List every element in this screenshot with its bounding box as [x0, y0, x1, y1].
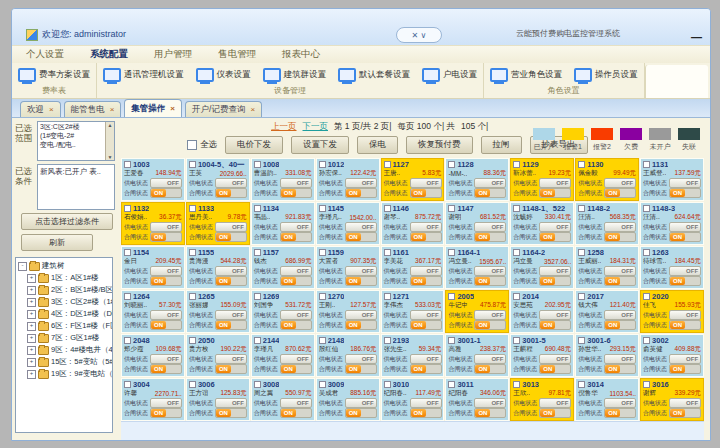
supply-toggle[interactable]: OFF — [150, 222, 182, 232]
card-checkbox[interactable] — [124, 249, 131, 256]
supply-toggle[interactable]: OFF — [410, 354, 442, 364]
chevron-down-icon[interactable]: ✕ ∨ — [412, 31, 427, 40]
card-checkbox[interactable] — [124, 337, 131, 344]
ribbon-button-建筑群设置[interactable]: 建筑群设置 — [263, 68, 327, 82]
switch-toggle[interactable]: ON — [280, 232, 312, 242]
close-icon[interactable]: × — [110, 105, 115, 114]
card-checkbox[interactable] — [189, 293, 196, 300]
switch-toggle[interactable]: ON — [539, 232, 571, 242]
expand-icon[interactable]: + — [27, 310, 36, 319]
card-checkbox[interactable] — [124, 381, 131, 388]
card-checkbox[interactable] — [319, 205, 326, 212]
supply-toggle[interactable]: OFF — [280, 222, 312, 232]
switch-toggle[interactable]: ON — [280, 320, 312, 330]
tab-欢迎[interactable]: 欢迎× — [20, 101, 61, 117]
switch-toggle[interactable]: ON — [410, 364, 442, 374]
supply-toggle[interactable]: OFF — [539, 266, 571, 276]
scrollbar[interactable]: ▲ ▼ — [105, 122, 114, 160]
ribbon-button-营业角色设置[interactable]: 营业角色设置 — [490, 68, 562, 82]
supply-toggle[interactable]: OFF — [150, 266, 182, 276]
switch-toggle[interactable]: ON — [669, 232, 701, 242]
filter-select-button[interactable]: 点击选择过滤条件 — [21, 213, 113, 230]
menu-item-个人设置[interactable]: 个人设置 — [26, 48, 64, 61]
supply-toggle[interactable]: OFF — [539, 354, 571, 364]
card-checkbox[interactable] — [513, 161, 520, 168]
switch-toggle[interactable]: ON — [345, 320, 377, 330]
supply-toggle[interactable]: OFF — [604, 178, 636, 188]
selected-cond-textbox[interactable]: 新风表:已开户 表.. — [37, 164, 115, 210]
supply-toggle[interactable]: OFF — [280, 266, 312, 276]
switch-toggle[interactable]: ON — [345, 408, 377, 418]
supply-toggle[interactable]: OFF — [215, 310, 247, 320]
card-checkbox[interactable] — [254, 249, 261, 256]
card-checkbox[interactable] — [384, 249, 391, 256]
switch-toggle[interactable]: ON — [345, 232, 377, 242]
card-checkbox[interactable] — [448, 337, 455, 344]
supply-toggle[interactable]: OFF — [345, 310, 377, 320]
supply-toggle[interactable]: OFF — [669, 222, 701, 232]
switch-toggle[interactable]: ON — [474, 232, 506, 242]
toolbar-button-恢复预付费[interactable]: 恢复预付费 — [406, 136, 473, 154]
supply-toggle[interactable]: OFF — [215, 398, 247, 408]
toolbar-button-拉闸[interactable]: 拉闸 — [481, 136, 522, 154]
switch-toggle[interactable]: ON — [215, 408, 247, 418]
expand-icon[interactable]: + — [27, 298, 36, 307]
switch-toggle[interactable]: ON — [280, 408, 312, 418]
tab-能管售电[interactable]: 能管售电× — [64, 101, 122, 117]
collapse-icon[interactable]: - — [18, 262, 27, 271]
card-checkbox[interactable] — [578, 293, 585, 300]
card-checkbox[interactable] — [643, 381, 650, 388]
switch-toggle[interactable]: ON — [474, 320, 506, 330]
switch-toggle[interactable]: ON — [669, 364, 701, 374]
next-page-link[interactable]: 下一页 — [303, 121, 329, 133]
ribbon-button-操作员设置[interactable]: 操作员设置 — [574, 68, 638, 82]
supply-toggle[interactable]: OFF — [345, 222, 377, 232]
card-checkbox[interactable] — [189, 337, 196, 344]
card-checkbox[interactable] — [643, 249, 650, 256]
card-checkbox[interactable] — [384, 205, 391, 212]
supply-toggle[interactable]: OFF — [215, 222, 247, 232]
switch-toggle[interactable]: ON — [345, 364, 377, 374]
supply-toggle[interactable]: OFF — [604, 222, 636, 232]
expand-icon[interactable]: + — [27, 358, 36, 367]
supply-toggle[interactable]: OFF — [474, 310, 506, 320]
switch-toggle[interactable]: ON — [345, 188, 377, 198]
card-checkbox[interactable] — [384, 337, 391, 344]
card-checkbox[interactable] — [189, 161, 196, 168]
supply-toggle[interactable]: OFF — [150, 310, 182, 320]
supply-toggle[interactable]: OFF — [474, 178, 506, 188]
switch-toggle[interactable]: ON — [604, 232, 636, 242]
supply-toggle[interactable]: OFF — [539, 398, 571, 408]
supply-toggle[interactable]: OFF — [150, 398, 182, 408]
card-checkbox[interactable] — [643, 337, 650, 344]
tree-item[interactable]: +9区：4#楼电井（4#楼.. — [18, 345, 110, 355]
card-checkbox[interactable] — [578, 249, 585, 256]
supply-toggle[interactable]: OFF — [280, 178, 312, 188]
ribbon-button-默认套餐设置[interactable]: 默认套餐设置 — [338, 68, 410, 82]
ribbon-button-通讯管理机设置[interactable]: 通讯管理机设置 — [103, 68, 184, 82]
card-checkbox[interactable] — [319, 337, 326, 344]
supply-toggle[interactable]: OFF — [410, 178, 442, 188]
card-checkbox[interactable] — [578, 337, 585, 344]
tree-item[interactable]: +3区：C区2#楼（1#变.. — [18, 297, 110, 307]
card-checkbox[interactable] — [319, 249, 326, 256]
switch-toggle[interactable]: ON — [150, 364, 182, 374]
scroll-down-icon[interactable]: ▼ — [108, 154, 113, 160]
supply-toggle[interactable]: OFF — [215, 354, 247, 364]
expand-icon[interactable]: + — [27, 286, 36, 295]
switch-toggle[interactable]: ON — [150, 232, 182, 242]
card-checkbox[interactable] — [124, 161, 131, 168]
supply-toggle[interactable]: OFF — [280, 310, 312, 320]
select-all[interactable]: 全选 — [187, 139, 217, 151]
switch-toggle[interactable]: ON — [150, 276, 182, 286]
toolbar-button-设置下发[interactable]: 设置下发 — [291, 136, 349, 154]
switch-toggle[interactable]: ON — [410, 188, 442, 198]
card-checkbox[interactable] — [448, 249, 455, 256]
tree-item[interactable]: +2区：B区1#楼/B区1#楼 — [18, 285, 110, 295]
card-checkbox[interactable] — [384, 293, 391, 300]
tree-item[interactable]: +6区：F区1#楼（F区1#.. — [18, 321, 110, 331]
switch-toggle[interactable]: ON — [215, 232, 247, 242]
supply-toggle[interactable]: OFF — [604, 266, 636, 276]
switch-toggle[interactable]: ON — [345, 276, 377, 286]
card-checkbox[interactable] — [513, 381, 520, 388]
